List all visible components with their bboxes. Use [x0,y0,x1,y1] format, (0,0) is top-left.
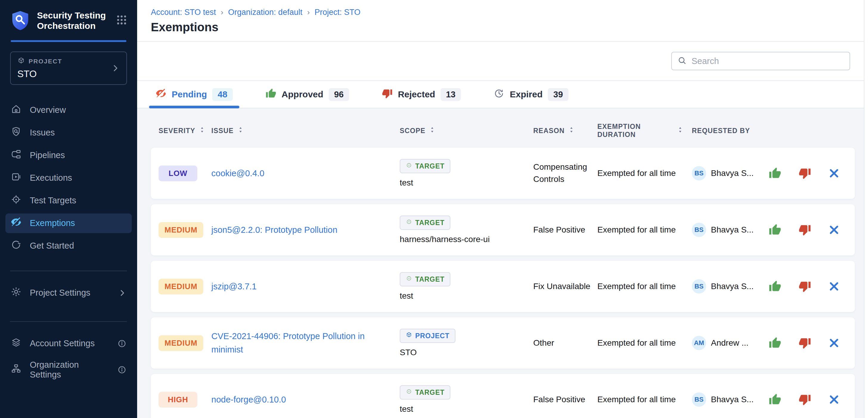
reject-button[interactable] [799,393,811,406]
reject-button[interactable] [799,167,811,179]
duration-cell: Exempted for all time [595,393,683,406]
issue-link[interactable]: node-forge@0.10.0 [211,393,295,407]
column-header-reason[interactable]: REASON [528,126,595,135]
issue-link[interactable]: cookie@0.4.0 [211,167,273,180]
tab-label: Expired [510,89,542,99]
column-header-severity[interactable]: SEVERITY [151,126,206,135]
actions-cell [764,167,855,179]
scrollbar-track[interactable] [864,0,868,418]
table-row: HIGH node-forge@0.10.0 TARGET test False… [151,374,855,418]
column-label: REQUESTED BY [692,127,750,135]
tab-expired[interactable]: Expired 39 [487,81,575,108]
issue-link[interactable]: jszip@3.7.1 [211,280,266,293]
tab-approved[interactable]: Approved 96 [259,81,355,108]
main-content: Account: STO test › Organization: defaul… [137,0,868,418]
sidebar-item-executions[interactable]: Executions [5,168,132,188]
sort-icon[interactable] [199,126,205,135]
column-header-exemption-duration[interactable]: EXEMPTION DURATION [595,123,683,139]
module-grid-icon[interactable] [116,14,128,27]
sidebar-divider [10,271,127,271]
actions-cell [764,280,855,293]
table-row: MEDIUM json5@2.2.0: Prototype Pollution … [151,204,855,255]
reason-text: Other [533,338,554,347]
scope-cell: TARGET test [397,385,528,414]
sidebar-item-issues[interactable]: Issues [5,123,132,143]
approve-button[interactable] [769,280,781,293]
duration-text: Exempted for all time [597,282,676,291]
info-icon[interactable] [118,339,126,348]
sidebar-item-project-settings[interactable]: Project Settings [5,283,132,303]
tab-count-badge: 96 [329,88,349,101]
column-header-issue[interactable]: ISSUE [206,126,397,135]
sidebar-item-account-settings[interactable]: Account Settings [5,334,132,353]
breadcrumb-account[interactable]: Account: STO test [151,8,216,17]
approve-button[interactable] [769,393,781,406]
scope-name: test [400,404,413,414]
sidebar-bottom: Project Settings [5,283,132,309]
approve-button[interactable] [769,167,781,179]
avatar: AM [692,336,706,350]
issue-link[interactable]: json5@2.2.0: Prototype Pollution [211,223,346,237]
column-label: SCOPE [400,127,425,135]
reason-cell: False Positive [528,393,595,406]
breadcrumb-project[interactable]: Project: STO [314,8,361,17]
approve-button[interactable] [769,337,781,349]
sort-icon[interactable] [569,126,574,135]
severity-cell: HIGH [151,392,206,408]
cancel-button[interactable] [828,337,840,349]
table-row: MEDIUM CVE-2021-44906: Prototype Polluti… [151,317,855,369]
issue-link[interactable]: CVE-2021-44906: Prototype Pollution in m… [211,329,397,356]
requester-name: Andrew ... [711,338,748,348]
avatar: BS [692,166,706,180]
column-label: SEVERITY [159,127,195,135]
reason-text: Compensating Controls [533,162,587,184]
reject-button[interactable] [799,337,811,349]
reject-button[interactable] [799,280,811,293]
sidebar-item-label: Get Started [30,241,74,251]
cancel-button[interactable] [828,281,840,292]
sto-shield-logo-icon [11,10,30,31]
severity-cell: MEDIUM [151,335,206,351]
reason-cell: False Positive [528,224,595,236]
avatar: BS [692,223,706,237]
tab-rejected[interactable]: Rejected 13 [375,81,467,108]
search-input[interactable] [691,56,844,66]
sidebar: Security Testing Orchestration PROJECT S… [0,0,137,418]
reject-button[interactable] [799,223,811,236]
sidebar-item-exemptions[interactable]: Exemptions [5,213,132,233]
status-tabs: Pending 48 Approved 96 Rejected 13 Expir… [137,81,868,108]
sort-icon[interactable] [238,126,243,135]
duration-cell: Exempted for all time [595,167,683,179]
severity-badge: HIGH [159,392,197,408]
sidebar-item-test-targets[interactable]: Test Targets [5,191,132,210]
tab-label: Pending [172,89,207,99]
requested-by-cell: BS Bhavya S... [683,166,764,180]
breadcrumb-organization[interactable]: Organization: default [228,8,302,17]
breadcrumb: Account: STO test › Organization: defaul… [151,8,850,17]
page-title: Exemptions [151,21,850,34]
sidebar-item-label: Account Settings [30,339,95,348]
sidebar-item-overview[interactable]: Overview [5,100,132,120]
sidebar-nav: Overview Issues Pipelines Executions Tes… [5,100,132,259]
info-icon[interactable] [118,365,126,374]
sort-icon[interactable] [678,126,683,135]
approve-button[interactable] [769,223,781,236]
cancel-button[interactable] [828,224,840,236]
severity-badge: MEDIUM [159,222,203,238]
cancel-button[interactable] [828,168,840,179]
search-box[interactable] [671,52,850,70]
table-row: MEDIUM jszip@3.7.1 TARGET test Fix Unava… [151,261,855,312]
duration-text: Exempted for all time [597,169,676,178]
sort-icon[interactable] [430,126,435,135]
requested-by-cell: BS Bhavya S... [683,279,764,293]
page-header: Account: STO test › Organization: defaul… [137,0,868,42]
sidebar-item-organization-settings[interactable]: Organization Settings [5,360,132,380]
sidebar-item-pipelines[interactable]: Pipelines [5,146,132,165]
issue-cell: cookie@0.4.0 [206,167,397,180]
sidebar-item-get-started[interactable]: Get Started [5,236,132,256]
column-header-scope[interactable]: SCOPE [397,126,528,135]
scope-badge: TARGET [400,385,451,399]
project-selector[interactable]: PROJECT STO [10,51,127,85]
tab-pending[interactable]: Pending 48 [149,81,239,108]
cancel-button[interactable] [828,394,840,405]
